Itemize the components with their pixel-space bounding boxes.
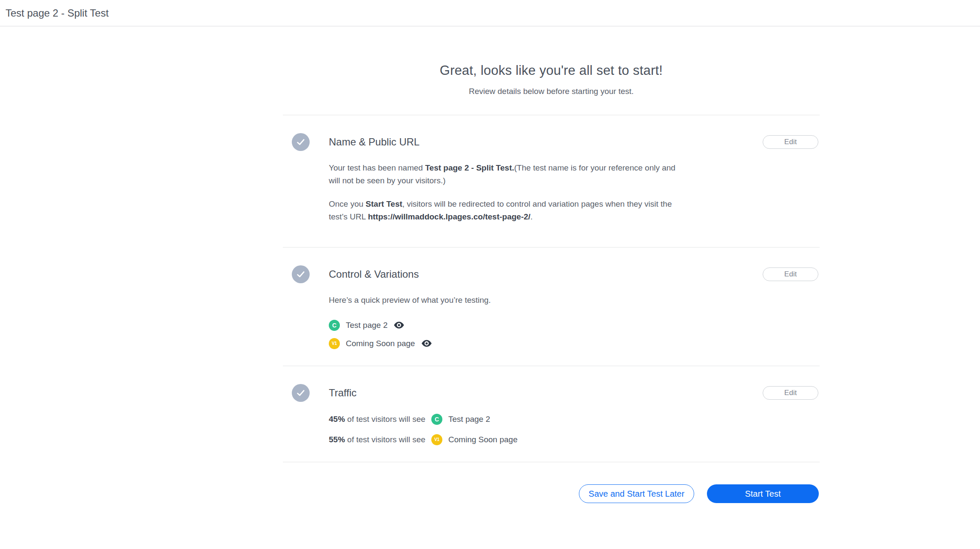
completed-check-icon xyxy=(292,133,310,151)
app-header: Test page 2 - Split Test xyxy=(0,0,980,26)
completed-check-icon xyxy=(292,384,310,402)
main-content: Great, looks like you're all set to star… xyxy=(283,26,820,503)
preview-eye-icon[interactable] xyxy=(422,340,432,347)
variation-badge: V1 xyxy=(329,338,340,349)
name-url-paragraph-2: Once you Start Test, visitors will be re… xyxy=(329,198,686,223)
section-control-variations: Control & Variations Edit Here’s a quick… xyxy=(283,247,820,366)
footer-actions: Save and Start Test Later Start Test xyxy=(283,462,820,503)
completed-check-icon xyxy=(292,265,310,283)
p1-pre: Your test has been named xyxy=(329,163,425,172)
intro-heading: Great, looks like you're all set to star… xyxy=(283,63,820,78)
test-name-bold: Test page 2 - Split Test. xyxy=(425,163,514,172)
variation-name: Test page 2 xyxy=(346,319,387,332)
start-test-bold: Start Test xyxy=(366,199,402,208)
start-test-button[interactable]: Start Test xyxy=(707,484,819,503)
variation-name: Test page 2 xyxy=(448,413,490,426)
edit-control-variations-button[interactable]: Edit xyxy=(763,267,818,281)
section-title-name-url: Name & Public URL xyxy=(329,136,419,148)
name-url-body: Your test has been named Test page 2 - S… xyxy=(329,162,686,223)
variation-badge: V1 xyxy=(431,434,442,445)
traffic-text-inner: of test visitors will see xyxy=(347,435,425,444)
variation-name: Coming Soon page xyxy=(346,337,415,350)
traffic-text: of test visitors will see xyxy=(345,413,425,426)
traffic-percent: 45% xyxy=(329,413,345,426)
variation-row-v1: V1 Coming Soon page xyxy=(329,336,686,350)
section-name-public-url: Name & Public URL Edit Your test has bee… xyxy=(283,115,820,247)
control-variations-description: Here’s a quick preview of what you’re te… xyxy=(329,294,686,307)
traffic-text: of test visitors will see xyxy=(345,433,425,446)
name-url-paragraph-1: Your test has been named Test page 2 - S… xyxy=(329,162,686,187)
intro-block: Great, looks like you're all set to star… xyxy=(283,26,820,115)
p2-end: . xyxy=(530,212,533,221)
section-header: Name & Public URL Edit xyxy=(283,133,820,151)
traffic-row-v1: 55% of test visitors will see V1 Coming … xyxy=(329,433,686,447)
control-variations-body: Here’s a quick preview of what you’re te… xyxy=(329,294,686,350)
traffic-percent: 55% xyxy=(329,433,345,446)
save-and-start-later-button[interactable]: Save and Start Test Later xyxy=(579,484,694,503)
traffic-text-inner: of test visitors will see xyxy=(347,415,425,424)
edit-traffic-button[interactable]: Edit xyxy=(763,386,818,400)
page-title: Test page 2 - Split Test xyxy=(6,7,108,19)
section-header: Traffic Edit xyxy=(283,384,820,402)
control-badge: C xyxy=(431,414,442,425)
variation-row-control: C Test page 2 xyxy=(329,318,686,332)
section-title-traffic: Traffic xyxy=(329,387,356,399)
traffic-row-control: 45% of test visitors will see C Test pag… xyxy=(329,412,686,426)
section-header: Control & Variations Edit xyxy=(283,265,820,283)
section-traffic: Traffic Edit 45% of test visitors will s… xyxy=(283,366,820,462)
variation-name: Coming Soon page xyxy=(448,433,518,446)
intro-subheading: Review details below before starting you… xyxy=(283,87,820,115)
control-badge: C xyxy=(329,320,340,331)
p2-pre: Once you xyxy=(329,199,366,208)
traffic-body: 45% of test visitors will see C Test pag… xyxy=(329,412,686,447)
test-public-url: https://willmaddock.lpages.co/test-page-… xyxy=(368,212,530,221)
edit-name-url-button[interactable]: Edit xyxy=(763,135,818,149)
section-title-control-variations: Control & Variations xyxy=(329,268,419,280)
preview-eye-icon[interactable] xyxy=(394,321,404,329)
